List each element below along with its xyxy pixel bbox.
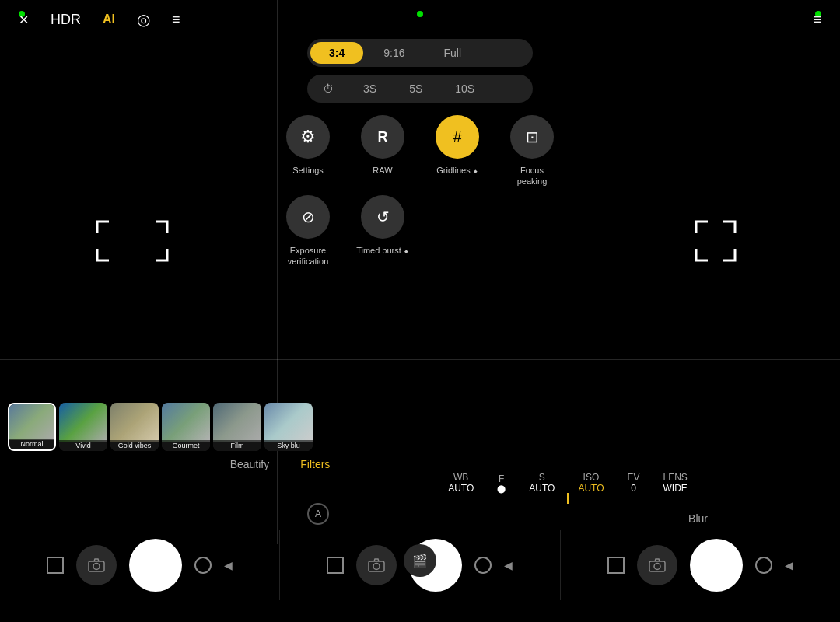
filter-tabs: Beautify Filters [0,458,560,470]
filter-vivid-label: Vivid [59,440,107,451]
shutter-left[interactable] [129,539,182,592]
more-menu-button[interactable]: ≡ [813,12,821,28]
filter-sky-blu[interactable]: Sky blu [264,403,313,451]
bracket-right-top [692,218,739,264]
aspect-ratio-bar: 3:4 9:16 Full [307,39,533,67]
focus-peaking-label: Focuspeaking [517,165,548,187]
icon-grid-row1: ⚙ Settings R RAW # Gridlines ⬥ ⊡ Focuspe… [277,115,563,187]
iso-key: ISO [583,472,600,483]
flash-icon[interactable]: ✕ [19,12,29,27]
ruler [296,490,840,505]
nav-square-center[interactable] [327,557,344,574]
camera-icon-left[interactable] [76,545,117,585]
beautify-tab[interactable]: Beautify [230,458,270,470]
video-button[interactable]: 🎬 [404,544,436,577]
nav-play-right[interactable]: ◀ [785,559,793,571]
bottom-panel-left: ◀ [0,530,280,600]
lens-key: LENS [663,472,688,483]
filter-gold-vibes-label: Gold vibes [110,440,159,451]
filter-normal-label: Normal [9,439,54,449]
ev-key: EV [628,472,640,483]
exposure-label: Exposureverification [288,245,329,267]
top-left-controls: ✕ HDR AI ◎ ≡ [19,10,180,29]
filter-vivid[interactable]: Vivid [59,403,107,451]
nav-circle-center[interactable] [474,557,492,574]
filter-film-label: Film [213,440,261,451]
blur-label[interactable]: Blur [688,512,708,525]
timer-10s-button[interactable]: 10S [439,78,490,100]
shutter-right[interactable] [690,539,743,592]
exposure-circle: ⊘ [286,195,330,239]
nav-square-right[interactable] [607,557,625,574]
bottom-panel-right: ◀ [561,530,840,600]
settings-circle: ⚙ [286,115,330,159]
hdr-button[interactable]: HDR [51,12,81,28]
top-toolbar: ✕ HDR AI ◎ ≡ ≡ [0,0,840,39]
menu-button[interactable]: ≡ [172,12,180,28]
dropdown-overlay: 3:4 9:16 Full ⏱ 3S 5S 10S ⚙ Settings R R… [277,39,563,267]
timed-burst-icon-item[interactable]: ↺ Timed burst ⬥ [352,195,414,267]
timed-burst-circle: ↺ [361,195,404,239]
gridlines-circle: # [436,115,479,159]
exposure-icon-item[interactable]: ⊘ Exposureverification [277,195,339,267]
timer-bar: ⏱ 3S 5S 10S [307,75,533,103]
filters-tab[interactable]: Filters [300,458,330,470]
grid-h2 [0,359,840,360]
ruler-line [296,498,840,498]
focus-peaking-circle: ⊡ [510,115,554,159]
filter-normal[interactable]: Normal [8,403,56,451]
filter-strip: Normal Vivid Gold vibes Gourmet Film Sky… [0,403,560,451]
filter-gold-vibes[interactable]: Gold vibes [110,403,159,451]
nav-play-left[interactable]: ◀ [224,559,233,571]
timer-icon-button[interactable]: ⏱ [310,78,346,100]
timer-5s-button[interactable]: 5S [394,78,438,100]
aspect-3-4-button[interactable]: 3:4 [310,42,363,64]
filter-film[interactable]: Film [213,403,261,451]
filter-sky-blu-label: Sky blu [264,440,313,451]
timed-burst-label: Timed burst ⬥ [356,245,409,256]
raw-icon-item[interactable]: R RAW [352,115,414,187]
a-mode-button[interactable]: A [307,503,329,525]
nav-play-center[interactable]: ◀ [504,559,513,571]
camera-icon-right[interactable] [637,545,677,585]
aspect-full-button[interactable]: Full [425,42,480,64]
gridlines-label: Gridlines ⬥ [436,165,478,176]
timer-3s-button[interactable]: 3S [348,78,392,100]
s-key: S [539,472,545,483]
settings-icon-item[interactable]: ⚙ Settings [277,115,339,187]
focus-peaking-icon-item[interactable]: ⊡ Focuspeaking [501,115,563,187]
aspect-9-16-button[interactable]: 9:16 [365,42,423,64]
filter-gourmet-label: Gourmet [162,440,210,451]
gridlines-icon-item[interactable]: # Gridlines ⬥ [426,115,488,187]
raw-circle: R [361,115,404,159]
f-key: F [499,473,504,484]
bracket-top-right-left [124,218,171,264]
ruler-center [567,493,569,504]
raw-label: RAW [373,165,392,176]
icon-grid-row2: ⊘ Exposureverification ↺ Timed burst ⬥ [277,195,414,267]
filter-gourmet[interactable]: Gourmet [162,403,210,451]
camera-icon-center[interactable] [356,545,397,585]
nav-circle-right[interactable] [755,557,772,574]
ai-button[interactable]: AI [103,12,115,26]
wb-key: WB [453,472,468,483]
nav-square-left[interactable] [47,557,64,574]
settings-label: Settings [292,165,324,176]
nav-circle-left[interactable] [194,557,212,574]
focus-button[interactable]: ◎ [137,10,150,29]
